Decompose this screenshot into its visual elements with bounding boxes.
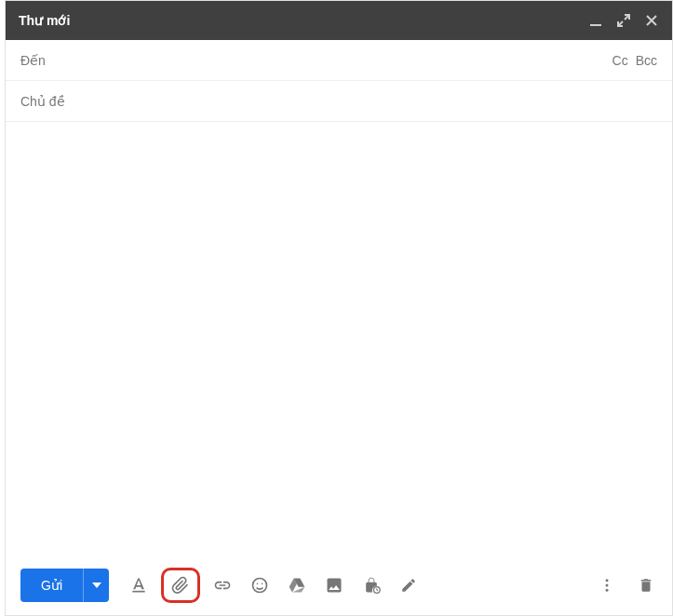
svg-point-8 [606, 584, 609, 587]
message-body[interactable] [6, 122, 672, 557]
insert-drive-button[interactable] [286, 574, 308, 596]
svg-point-7 [606, 579, 609, 582]
expand-icon [617, 14, 630, 27]
recipients-row: Cc Bcc [6, 40, 672, 81]
svg-point-4 [262, 583, 263, 585]
more-options-button[interactable] [596, 574, 618, 596]
formatting-options-button[interactable] [128, 574, 150, 596]
more-vertical-icon [599, 577, 615, 594]
drive-icon [288, 576, 306, 595]
subject-field[interactable] [20, 94, 657, 109]
paperclip-icon [171, 576, 190, 595]
formatting-toolbar [128, 573, 420, 597]
emoji-icon [250, 576, 269, 595]
cc-bcc-controls: Cc Bcc [612, 53, 657, 68]
fullscreen-button[interactable] [616, 13, 631, 28]
footer-right-tools [596, 574, 657, 596]
confidential-mode-button[interactable] [360, 574, 383, 596]
window-title: Thư mới [19, 13, 70, 28]
image-icon [325, 576, 343, 595]
discard-draft-button[interactable] [635, 574, 657, 596]
link-icon [213, 576, 232, 595]
svg-point-3 [257, 583, 259, 585]
caret-down-icon [92, 583, 101, 588]
insert-emoji-button[interactable] [249, 574, 271, 596]
svg-point-9 [606, 589, 609, 592]
footer-toolbar: Gửi [6, 557, 672, 615]
svg-point-2 [253, 579, 267, 593]
attach-highlight [161, 568, 200, 603]
close-icon [645, 14, 658, 27]
bcc-button[interactable]: Bcc [636, 53, 657, 68]
attach-file-button[interactable] [169, 574, 192, 596]
close-button[interactable] [644, 13, 659, 28]
lock-clock-icon [362, 576, 381, 595]
insert-photo-button[interactable] [323, 574, 345, 596]
trash-icon [638, 577, 654, 594]
cc-button[interactable]: Cc [612, 53, 628, 68]
titlebar-controls [588, 13, 659, 28]
minimize-icon [589, 14, 602, 27]
titlebar: Thư mới [6, 1, 672, 40]
insert-signature-button[interactable] [397, 574, 420, 596]
send-button-group: Gửi [20, 569, 109, 602]
svg-rect-1 [132, 591, 144, 593]
text-format-icon [129, 576, 148, 595]
compose-window: Thư mới Cc Bcc [5, 0, 673, 616]
send-button[interactable]: Gửi [20, 569, 83, 602]
to-field[interactable] [20, 53, 612, 68]
insert-link-button[interactable] [211, 574, 234, 596]
subject-row [6, 81, 672, 122]
pen-icon [400, 577, 417, 594]
svg-rect-0 [590, 24, 601, 26]
send-options-button[interactable] [83, 569, 109, 602]
minimize-button[interactable] [588, 13, 603, 28]
